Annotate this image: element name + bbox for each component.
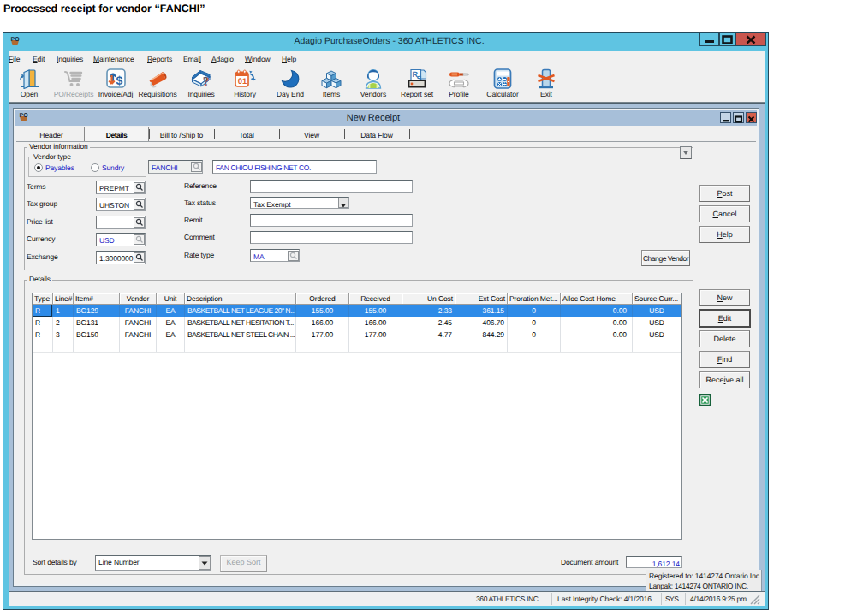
svg-text:$: $	[116, 74, 123, 87]
svg-text:?: ?	[203, 75, 210, 89]
svg-text:PO: PO	[20, 113, 29, 119]
svg-text:01: 01	[238, 77, 247, 86]
svg-text:PO: PO	[11, 37, 21, 43]
